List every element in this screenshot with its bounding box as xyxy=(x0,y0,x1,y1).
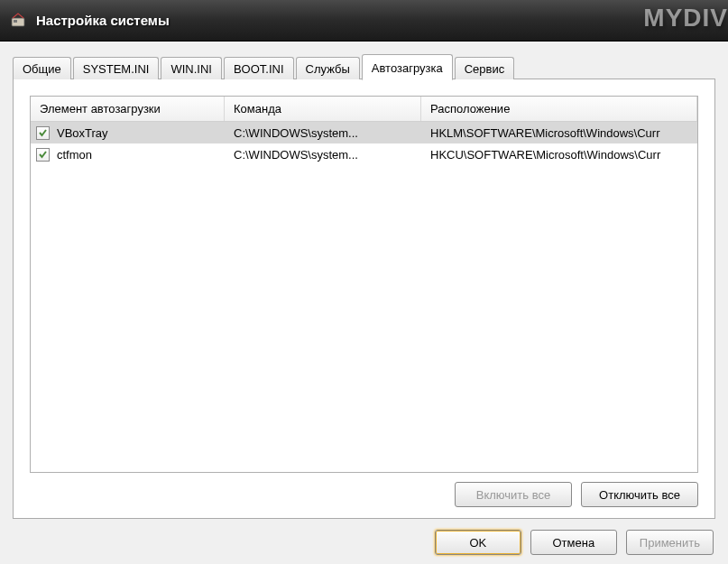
column-header-location[interactable]: Расположение xyxy=(421,97,697,121)
row-checkbox[interactable] xyxy=(36,148,50,162)
disable-all-button[interactable]: Отключить все xyxy=(581,482,698,507)
enable-all-button[interactable]: Включить все xyxy=(455,482,572,507)
tab-button-row: Включить все Отключить все xyxy=(30,482,698,507)
apply-button[interactable]: Применить xyxy=(626,530,714,555)
tab-panel-startup: Элемент автозагрузки Команда Расположени… xyxy=(13,79,715,519)
row-checkbox[interactable] xyxy=(36,126,50,140)
row-command: C:\WINDOWS\system... xyxy=(225,126,421,140)
row-name: VBoxTray xyxy=(57,126,108,140)
listview-body[interactable]: VBoxTray C:\WINDOWS\system... HKLM\SOFTW… xyxy=(31,122,697,472)
ok-button[interactable]: OK xyxy=(435,530,521,555)
listview-header: Элемент автозагрузки Команда Расположени… xyxy=(31,97,697,122)
row-command: C:\WINDOWS\system... xyxy=(225,148,421,162)
row-location: HKCU\SOFTWARE\Microsoft\Windows\Curr xyxy=(421,148,697,162)
column-header-name[interactable]: Элемент автозагрузки xyxy=(31,97,225,121)
tab-general[interactable]: Общие xyxy=(13,57,71,79)
titlebar[interactable]: Настройка системы xyxy=(0,0,728,42)
column-header-command[interactable]: Команда xyxy=(225,97,421,121)
tab-tools[interactable]: Сервис xyxy=(455,57,515,79)
tab-bar: Общие SYSTEM.INI WIN.INI BOOT.INI Службы… xyxy=(13,54,715,79)
svg-rect-1 xyxy=(14,20,17,23)
tab-startup[interactable]: Автозагрузка xyxy=(362,54,453,80)
window-title: Настройка системы xyxy=(36,13,170,28)
tab-boot-ini[interactable]: BOOT.INI xyxy=(224,57,294,79)
row-location: HKLM\SOFTWARE\Microsoft\Windows\Curr xyxy=(421,126,697,140)
tab-system-ini[interactable]: SYSTEM.INI xyxy=(73,57,160,79)
startup-listview[interactable]: Элемент автозагрузки Команда Расположени… xyxy=(30,96,698,473)
cancel-button[interactable]: Отмена xyxy=(530,530,617,555)
app-icon xyxy=(9,12,27,30)
tab-win-ini[interactable]: WIN.INI xyxy=(161,57,222,79)
row-name: ctfmon xyxy=(57,148,92,162)
startup-row[interactable]: ctfmon C:\WINDOWS\system... HKCU\SOFTWAR… xyxy=(31,143,697,165)
tab-services[interactable]: Службы xyxy=(296,57,360,79)
startup-row[interactable]: VBoxTray C:\WINDOWS\system... HKLM\SOFTW… xyxy=(31,122,697,143)
dialog-button-row: OK Отмена Применить xyxy=(13,530,715,555)
window-body: Общие SYSTEM.INI WIN.INI BOOT.INI Службы… xyxy=(0,42,728,564)
